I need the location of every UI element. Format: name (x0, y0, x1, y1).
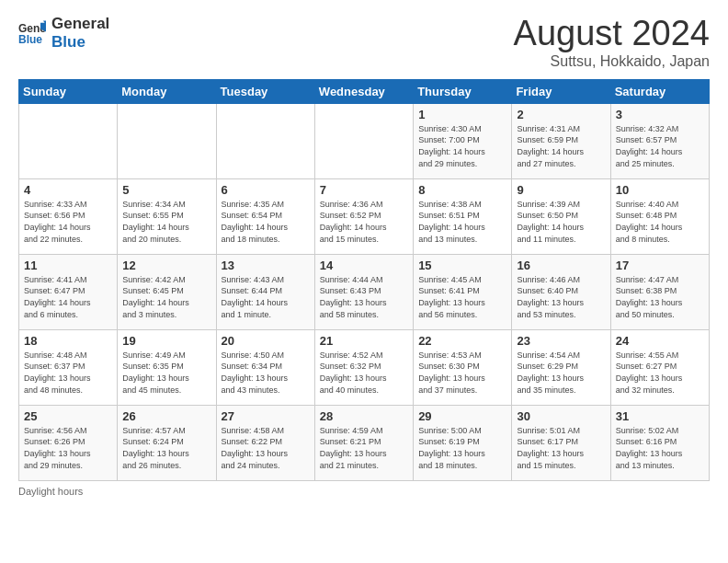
day-info: Sunrise: 4:50 AM Sunset: 6:34 PM Dayligh… (222, 350, 310, 396)
day-header-cell: Saturday (610, 79, 709, 103)
day-cell: 27Sunrise: 4:58 AM Sunset: 6:22 PM Dayli… (216, 405, 314, 480)
week-row: 11Sunrise: 4:41 AM Sunset: 6:47 PM Dayli… (19, 254, 710, 329)
day-number: 22 (418, 334, 506, 348)
day-info: Sunrise: 4:34 AM Sunset: 6:55 PM Dayligh… (122, 199, 210, 245)
day-cell: 8Sunrise: 4:38 AM Sunset: 6:51 PM Daylig… (414, 178, 512, 254)
day-number: 24 (616, 334, 704, 348)
day-header-cell: Thursday (414, 79, 512, 103)
header: General Blue General Blue August 2024 Su… (18, 15, 710, 70)
day-info: Sunrise: 4:35 AM Sunset: 6:54 PM Dayligh… (222, 199, 310, 245)
day-number: 23 (517, 334, 605, 348)
day-number: 17 (616, 259, 704, 272)
week-row: 18Sunrise: 4:48 AM Sunset: 6:37 PM Dayli… (19, 329, 710, 405)
day-number: 14 (320, 259, 408, 272)
day-number: 25 (24, 409, 112, 423)
day-info: Sunrise: 4:47 AM Sunset: 6:38 PM Dayligh… (616, 274, 704, 320)
day-info: Sunrise: 4:55 AM Sunset: 6:27 PM Dayligh… (616, 350, 704, 396)
subtitle: Suttsu, Hokkaido, Japan (514, 53, 710, 70)
day-cell: 16Sunrise: 4:46 AM Sunset: 6:40 PM Dayli… (512, 254, 610, 329)
svg-text:Blue: Blue (18, 32, 42, 45)
day-info: Sunrise: 4:43 AM Sunset: 6:44 PM Dayligh… (222, 274, 310, 320)
day-info: Sunrise: 4:54 AM Sunset: 6:29 PM Dayligh… (517, 350, 605, 396)
logo-icon: General Blue (18, 19, 46, 47)
day-cell: 13Sunrise: 4:43 AM Sunset: 6:44 PM Dayli… (216, 254, 314, 329)
day-info: Sunrise: 4:58 AM Sunset: 6:22 PM Dayligh… (222, 425, 310, 471)
day-cell: 14Sunrise: 4:44 AM Sunset: 6:43 PM Dayli… (314, 254, 413, 329)
main-title: August 2024 (514, 15, 710, 53)
day-info: Sunrise: 4:56 AM Sunset: 6:26 PM Dayligh… (24, 425, 112, 471)
footer-note: Daylight hours (18, 486, 710, 497)
day-info: Sunrise: 4:48 AM Sunset: 6:37 PM Dayligh… (24, 350, 112, 396)
day-number: 3 (616, 108, 704, 121)
day-number: 28 (320, 409, 408, 423)
day-info: Sunrise: 4:59 AM Sunset: 6:21 PM Dayligh… (320, 425, 408, 471)
week-row: 25Sunrise: 4:56 AM Sunset: 6:26 PM Dayli… (19, 405, 710, 480)
day-number: 26 (122, 409, 210, 423)
day-header-cell: Wednesday (314, 79, 413, 103)
day-info: Sunrise: 4:40 AM Sunset: 6:48 PM Dayligh… (616, 199, 704, 245)
day-cell: 1Sunrise: 4:30 AM Sunset: 7:00 PM Daylig… (414, 103, 512, 178)
day-cell: 29Sunrise: 5:00 AM Sunset: 6:19 PM Dayli… (414, 405, 512, 480)
day-cell (314, 103, 413, 178)
day-number: 9 (517, 183, 605, 197)
day-cell: 6Sunrise: 4:35 AM Sunset: 6:54 PM Daylig… (216, 178, 314, 254)
day-header-cell: Sunday (19, 79, 118, 103)
day-info: Sunrise: 4:31 AM Sunset: 6:59 PM Dayligh… (517, 123, 605, 169)
day-cell: 4Sunrise: 4:33 AM Sunset: 6:56 PM Daylig… (19, 178, 118, 254)
day-info: Sunrise: 4:42 AM Sunset: 6:45 PM Dayligh… (122, 274, 210, 320)
week-row: 1Sunrise: 4:30 AM Sunset: 7:00 PM Daylig… (19, 103, 710, 178)
day-cell: 21Sunrise: 4:52 AM Sunset: 6:32 PM Dayli… (314, 329, 413, 405)
logo: General Blue General Blue (18, 15, 109, 51)
day-cell: 18Sunrise: 4:48 AM Sunset: 6:37 PM Dayli… (19, 329, 118, 405)
week-row: 4Sunrise: 4:33 AM Sunset: 6:56 PM Daylig… (19, 178, 710, 254)
day-cell: 23Sunrise: 4:54 AM Sunset: 6:29 PM Dayli… (512, 329, 610, 405)
day-cell: 5Sunrise: 4:34 AM Sunset: 6:55 PM Daylig… (118, 178, 216, 254)
day-cell: 31Sunrise: 5:02 AM Sunset: 6:16 PM Dayli… (610, 405, 709, 480)
day-info: Sunrise: 4:41 AM Sunset: 6:47 PM Dayligh… (24, 274, 112, 320)
day-info: Sunrise: 4:38 AM Sunset: 6:51 PM Dayligh… (418, 199, 506, 245)
day-header-cell: Tuesday (216, 79, 314, 103)
day-cell: 22Sunrise: 4:53 AM Sunset: 6:30 PM Dayli… (414, 329, 512, 405)
day-header-row: SundayMondayTuesdayWednesdayThursdayFrid… (19, 79, 710, 103)
day-cell (19, 103, 118, 178)
day-cell: 28Sunrise: 4:59 AM Sunset: 6:21 PM Dayli… (314, 405, 413, 480)
day-number: 11 (24, 259, 112, 272)
day-cell: 17Sunrise: 4:47 AM Sunset: 6:38 PM Dayli… (610, 254, 709, 329)
day-number: 13 (222, 259, 310, 272)
day-cell: 15Sunrise: 4:45 AM Sunset: 6:41 PM Dayli… (414, 254, 512, 329)
day-cell: 12Sunrise: 4:42 AM Sunset: 6:45 PM Dayli… (118, 254, 216, 329)
day-number: 7 (320, 183, 408, 197)
day-number: 30 (517, 409, 605, 423)
day-info: Sunrise: 4:39 AM Sunset: 6:50 PM Dayligh… (517, 199, 605, 245)
day-cell: 20Sunrise: 4:50 AM Sunset: 6:34 PM Dayli… (216, 329, 314, 405)
day-number: 8 (418, 183, 506, 197)
day-info: Sunrise: 4:30 AM Sunset: 7:00 PM Dayligh… (418, 123, 506, 169)
logo-general: General (51, 15, 109, 33)
day-number: 10 (616, 183, 704, 197)
day-info: Sunrise: 5:00 AM Sunset: 6:19 PM Dayligh… (418, 425, 506, 471)
day-number: 27 (222, 409, 310, 423)
day-cell (216, 103, 314, 178)
day-number: 19 (122, 334, 210, 348)
calendar-table: SundayMondayTuesdayWednesdayThursdayFrid… (18, 79, 710, 481)
day-number: 31 (616, 409, 704, 423)
day-number: 1 (418, 108, 506, 121)
day-info: Sunrise: 5:02 AM Sunset: 6:16 PM Dayligh… (616, 425, 704, 471)
day-info: Sunrise: 4:57 AM Sunset: 6:24 PM Dayligh… (122, 425, 210, 471)
day-info: Sunrise: 4:52 AM Sunset: 6:32 PM Dayligh… (320, 350, 408, 396)
day-cell: 25Sunrise: 4:56 AM Sunset: 6:26 PM Dayli… (19, 405, 118, 480)
day-cell: 30Sunrise: 5:01 AM Sunset: 6:17 PM Dayli… (512, 405, 610, 480)
day-header-cell: Friday (512, 79, 610, 103)
day-number: 12 (122, 259, 210, 272)
day-number: 18 (24, 334, 112, 348)
day-number: 15 (418, 259, 506, 272)
day-cell: 3Sunrise: 4:32 AM Sunset: 6:57 PM Daylig… (610, 103, 709, 178)
day-header-cell: Monday (118, 79, 216, 103)
logo-blue: Blue (51, 33, 109, 52)
page: General Blue General Blue August 2024 Su… (0, 0, 728, 563)
day-info: Sunrise: 4:33 AM Sunset: 6:56 PM Dayligh… (24, 199, 112, 245)
day-cell: 9Sunrise: 4:39 AM Sunset: 6:50 PM Daylig… (512, 178, 610, 254)
day-cell: 10Sunrise: 4:40 AM Sunset: 6:48 PM Dayli… (610, 178, 709, 254)
day-number: 4 (24, 183, 112, 197)
day-info: Sunrise: 4:32 AM Sunset: 6:57 PM Dayligh… (616, 123, 704, 169)
